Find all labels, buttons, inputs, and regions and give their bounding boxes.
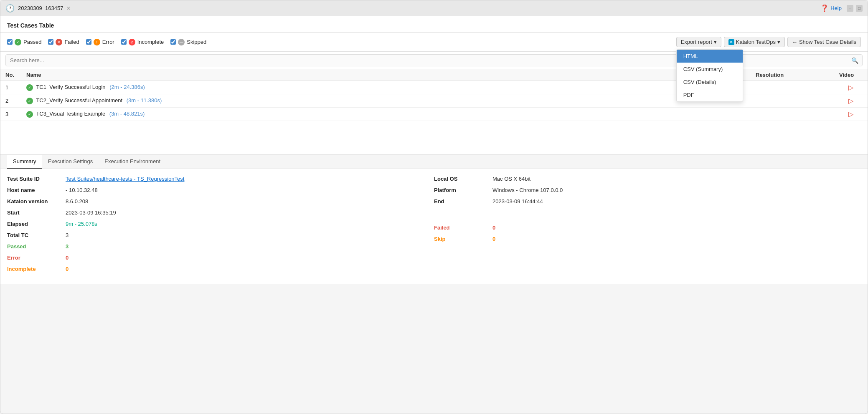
label-end: End (434, 198, 492, 204)
tab-execution-settings[interactable]: Execution Settings (42, 155, 99, 169)
row-duration: (3m - 48.821s) (109, 111, 145, 117)
row-name: ✓ TC2_Verify Successful Appointment (3m … (21, 94, 751, 108)
filter-incomplete: ⊘ Incomplete (121, 39, 164, 45)
play-video-button[interactable]: ▷ (848, 84, 853, 91)
label-error: Error (7, 255, 66, 261)
katalon-testops-button[interactable]: K Katalon TestOps ▾ (724, 37, 785, 47)
label-start: Start (7, 210, 66, 216)
section-title: Test Cases Table (7, 22, 54, 29)
export-pdf-option[interactable]: PDF (677, 88, 743, 101)
label-total-tc: Total TC (7, 232, 66, 238)
tabs-bar: Summary Execution Settings Execution Env… (0, 155, 868, 169)
tab-summary[interactable]: Summary (7, 155, 42, 169)
play-video-button[interactable]: ▷ (848, 111, 853, 118)
filter-skipped: — Skipped (170, 39, 206, 45)
titlebar: 🕐 20230309_163457 ✕ ❓ Help − □ (0, 0, 868, 16)
maximize-button[interactable]: □ (856, 5, 863, 12)
value-local-os: Mac OS X 64bit (492, 176, 530, 182)
value-start: 2023-03-09 16:35:19 (66, 210, 116, 216)
export-csv-summary-option[interactable]: CSV (Summary) (677, 63, 743, 76)
summary-row-error: Error 0 (7, 255, 421, 261)
row-no: 1 (0, 81, 21, 94)
summary-row-skip: Skip 0 (434, 236, 848, 242)
window-controls: − □ (847, 5, 863, 12)
main-window: 🕐 20230309_163457 ✕ ❓ Help − □ Test Case… (0, 0, 868, 414)
minimize-button[interactable]: − (847, 5, 853, 12)
label-skip: Skip (434, 236, 492, 242)
summary-row-host-name: Host name - 10.10.32.48 (7, 187, 421, 193)
app-icon: 🕐 (5, 4, 15, 13)
value-katalon-version: 8.6.0.208 (66, 198, 88, 204)
row-duration: (2m - 24.386s) (109, 84, 145, 90)
show-test-case-details-button[interactable]: ← Show Test Case Details (787, 37, 861, 47)
col-header-resolution: Resolution (751, 69, 834, 81)
summary-row-local-os: Local OS Mac OS X 64bit (434, 176, 848, 182)
export-csv-details-option[interactable]: CSV (Details) (677, 76, 743, 88)
main-content: Test Cases Table ✓ Passed ✕ Failed (0, 16, 868, 284)
filter-error-checkbox[interactable] (86, 39, 91, 45)
label-test-suite-id: Test Suite ID (7, 176, 66, 182)
katalon-label: Katalon TestOps (736, 39, 776, 45)
titlebar-title: 20230309_163457 (18, 5, 63, 11)
filter-skipped-checkbox[interactable] (170, 39, 176, 45)
row-test-name[interactable]: TC2_Verify Successful Appointment (36, 97, 122, 104)
titlebar-left: 🕐 20230309_163457 ✕ (5, 4, 71, 13)
row-test-name[interactable]: TC3_Visual Testing Example (36, 111, 105, 117)
filter-failed-label: Failed (64, 39, 79, 45)
label-passed: Passed (7, 243, 66, 250)
empty-table-space (0, 121, 868, 154)
label-incomplete: Incomplete (7, 266, 66, 272)
filter-failed-checkbox[interactable] (48, 39, 53, 45)
row-test-name[interactable]: TC1_Verify Successful Login (36, 84, 105, 90)
export-report-button[interactable]: Export report ▾ (676, 37, 721, 47)
section-header: Test Cases Table (0, 16, 868, 33)
row-video: ▷ (834, 81, 868, 94)
label-elapsed: Elapsed (7, 221, 66, 227)
summary-row-incomplete: Incomplete 0 (7, 266, 421, 272)
label-platform: Platform (434, 187, 492, 193)
export-dropdown-arrow: ▾ (714, 39, 717, 45)
value-failed: 0 (492, 225, 495, 231)
incomplete-status-icon: ⊘ (129, 39, 135, 45)
label-local-os: Local OS (434, 176, 492, 182)
tab-execution-environment[interactable]: Execution Environment (99, 155, 166, 169)
row-resolution (751, 94, 834, 108)
summary-row-failed: Failed 0 (434, 225, 848, 231)
help-button[interactable]: ❓ Help (820, 4, 842, 12)
row-resolution (751, 108, 834, 121)
summary-row-passed: Passed 3 (7, 243, 421, 250)
summary-grid: Test Suite ID Test Suites/healthcare-tes… (7, 176, 861, 277)
row-resolution (751, 81, 834, 94)
summary-row-end: End 2023-03-09 16:44:44 (434, 198, 848, 204)
value-test-suite-id[interactable]: Test Suites/healthcare-tests - TS_Regres… (66, 176, 184, 182)
row-video: ▷ (834, 94, 868, 108)
table-row: 3 ✓ TC3_Visual Testing Example (3m - 48.… (0, 108, 868, 121)
filter-passed-checkbox[interactable] (7, 39, 13, 45)
value-end: 2023-03-09 16:44:44 (492, 198, 543, 204)
close-icon[interactable]: ✕ (66, 5, 71, 11)
export-label: Export report (681, 39, 712, 45)
summary-right: Local OS Mac OS X 64bit Platform Windows… (434, 176, 861, 277)
value-passed: 3 (66, 243, 69, 250)
value-total-tc: 3 (66, 232, 69, 238)
value-host-name: - 10.10.32.48 (66, 187, 98, 193)
katalon-icon: K (728, 39, 734, 45)
value-incomplete: 0 (66, 266, 69, 272)
summary-row-test-suite-id: Test Suite ID Test Suites/healthcare-tes… (7, 176, 421, 182)
row-video: ▷ (834, 108, 868, 121)
skipped-status-icon: — (178, 39, 185, 45)
summary-row-katalon-version: Katalon version 8.6.0.208 (7, 198, 421, 204)
filter-passed-label: Passed (23, 39, 41, 45)
value-platform: Windows - Chrome 107.0.0.0 (492, 187, 563, 193)
export-html-option[interactable]: HTML (677, 50, 743, 63)
play-video-button[interactable]: ▷ (848, 97, 853, 104)
help-label: Help (830, 5, 842, 11)
summary-section: Test Suite ID Test Suites/healthcare-tes… (0, 169, 868, 284)
row-no: 2 (0, 94, 21, 108)
passed-row-icon: ✓ (26, 111, 33, 118)
toolbar-actions: Export report ▾ HTML CSV (Summary) CSV (… (676, 37, 861, 47)
filter-incomplete-checkbox[interactable] (121, 39, 127, 45)
col-header-name: Name (21, 69, 751, 81)
summary-left: Test Suite ID Test Suites/healthcare-tes… (7, 176, 434, 277)
filter-error-label: Error (102, 39, 114, 45)
